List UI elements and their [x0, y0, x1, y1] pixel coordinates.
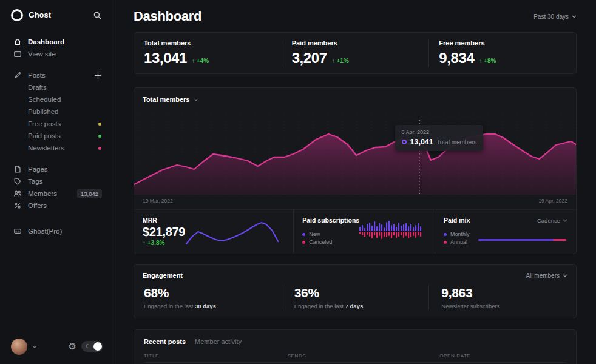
chart-start-date: 19 Mar, 2022: [143, 198, 173, 204]
sidebar: Ghost Dashboard View site Posts: [0, 0, 112, 364]
tab-member-activity[interactable]: Member activity: [195, 338, 242, 345]
chart-tooltip: 8 Apr, 2022 13,041 Total members: [395, 125, 484, 151]
page-icon: [13, 165, 22, 174]
sidebar-item-label: Posts: [28, 72, 46, 79]
members-chart-card: Total members 8 Apr, 2022 13,041 Total m…: [134, 87, 577, 254]
members-count-badge: 13,042: [77, 189, 102, 198]
paid-subscriptions-panel[interactable]: Paid subscriptions New Canceled: [293, 210, 435, 254]
column-sends: SENDS: [288, 353, 440, 359]
trend-up-delta: ↑ +3.8%: [143, 240, 185, 246]
recent-posts-card: Recent posts Member activity TITLE SENDS…: [134, 329, 577, 364]
sidebar-item-drafts[interactable]: Drafts: [0, 81, 112, 93]
sidebar-item-label: Dashboard: [28, 38, 64, 46]
sidebar-item-offers[interactable]: Offers: [0, 200, 112, 212]
engagement-title: Engagement: [143, 272, 183, 279]
sidebar-item-ghost-pro[interactable]: Ghost(Pro): [0, 225, 112, 237]
sidebar-item-tags[interactable]: Tags: [0, 175, 112, 187]
paid-mix-bar: [478, 239, 566, 241]
chart-end-date: 19 Apr, 2022: [538, 198, 567, 204]
sidebar-item-members[interactable]: Members 13,042: [0, 187, 112, 200]
stat-free-members[interactable]: Free members 9,834 ↑ +8%: [428, 39, 576, 67]
toggle-knob: [93, 342, 102, 351]
chevron-down-icon: [194, 98, 198, 101]
stat-total-members[interactable]: Total members 13,041 ↑ +4%: [134, 39, 282, 67]
mrr-panel[interactable]: MRR $21,879 ↑ +3.8%: [134, 210, 293, 254]
brand-name: Ghost: [29, 11, 87, 19]
add-post-icon[interactable]: [94, 72, 102, 79]
monthly-legend-dot: [444, 233, 447, 236]
sidebar-item-dashboard[interactable]: Dashboard: [0, 36, 112, 48]
trend-up-delta: ↑ +1%: [332, 58, 349, 64]
engagement-7-days: 36% Engaged in the last 7 days: [282, 285, 429, 309]
chevron-down-icon: [563, 219, 567, 222]
total-members-chart[interactable]: 8 Apr, 2022 13,041 Total members: [134, 107, 576, 195]
user-avatar[interactable]: [11, 339, 27, 355]
tab-recent-posts[interactable]: Recent posts: [144, 338, 186, 345]
chart-metric-selector[interactable]: Total members: [134, 88, 576, 107]
sidebar-item-label: View site: [28, 50, 56, 58]
search-icon[interactable]: [93, 11, 102, 20]
card-icon: [13, 227, 22, 235]
mrr-sparkline: [185, 217, 282, 246]
column-open-rate: OPEN RATE: [439, 353, 566, 359]
sidebar-item-pages[interactable]: Pages: [0, 163, 112, 175]
percent-icon: [13, 201, 22, 210]
tag-icon: [13, 177, 22, 186]
sidebar-item-view-site[interactable]: View site: [0, 48, 112, 60]
column-title: TITLE: [144, 353, 288, 359]
sidebar-item-free-posts[interactable]: Free posts: [0, 118, 112, 130]
trend-up-delta: ↑ +8%: [479, 58, 496, 64]
free-posts-dot: [98, 123, 101, 126]
monthly-segment: [478, 239, 554, 241]
sidebar-item-newsletters[interactable]: Newsletters: [0, 142, 112, 154]
engagement-card: Engagement All members 68% Engaged in th…: [134, 264, 577, 318]
browser-icon: [13, 50, 22, 58]
annual-segment: [553, 239, 566, 241]
paid-mix-panel[interactable]: Paid mix Cadence Monthly Annual: [435, 210, 576, 254]
engagement-30-days: 68% Engaged in the last 30 days: [134, 285, 282, 309]
chevron-down-icon: [572, 15, 577, 18]
ghost-logo: [11, 9, 23, 21]
sidebar-item-published[interactable]: Published: [0, 106, 112, 118]
settings-gear-icon[interactable]: ⚙: [69, 341, 76, 352]
main-content: Dashboard Past 30 days Total members 13,…: [112, 0, 596, 364]
trend-up-delta: ↑ +4%: [192, 58, 209, 64]
user-menu-chevron-icon[interactable]: [32, 345, 37, 348]
new-legend-dot: [302, 233, 305, 236]
dark-mode-toggle[interactable]: ☾: [81, 341, 103, 352]
chevron-down-icon: [563, 274, 567, 277]
sidebar-item-posts[interactable]: Posts: [0, 69, 112, 81]
home-icon: [13, 38, 22, 46]
canceled-legend-dot: [302, 241, 305, 244]
moon-icon: ☾: [83, 343, 93, 349]
pen-icon: [13, 71, 22, 79]
member-stats-card: Total members 13,041 ↑ +4% Paid members …: [134, 32, 577, 74]
page-title: Dashboard: [134, 8, 201, 24]
tooltip-marker-ring: [402, 140, 407, 144]
paid-subscriptions-bars: [359, 218, 422, 245]
date-range-selector[interactable]: Past 30 days: [533, 13, 577, 20]
stat-paid-members[interactable]: Paid members 3,207 ↑ +1%: [282, 39, 429, 67]
cadence-selector[interactable]: Cadence: [537, 217, 567, 224]
sidebar-item-paid-posts[interactable]: Paid posts: [0, 130, 112, 142]
newsletter-subscribers: 9,863 Newsletter subscribers: [428, 285, 576, 309]
annual-legend-dot: [444, 241, 447, 244]
newsletters-dot: [98, 147, 101, 150]
sidebar-item-scheduled[interactable]: Scheduled: [0, 93, 112, 106]
paid-posts-dot: [98, 135, 101, 138]
members-icon: [13, 189, 22, 198]
members-filter-selector[interactable]: All members: [526, 272, 567, 279]
